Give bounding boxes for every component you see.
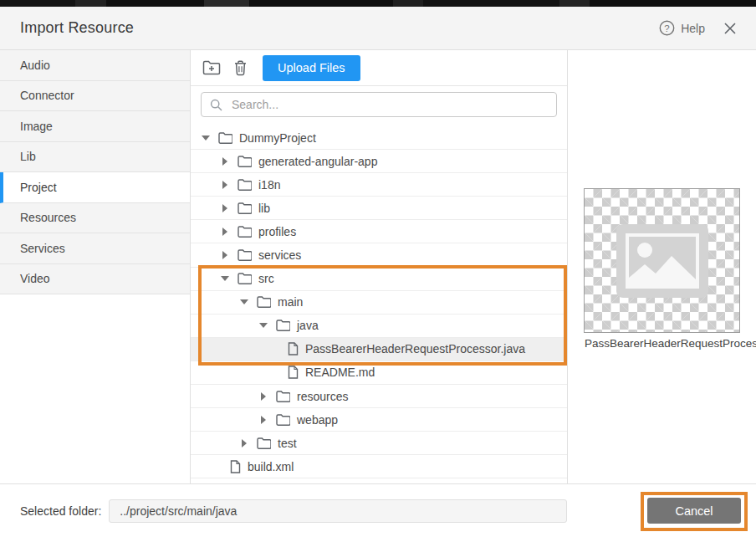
caret-right-icon[interactable] xyxy=(220,228,230,236)
tree-row-webapp[interactable]: webapp xyxy=(191,408,567,432)
caret-right-icon[interactable] xyxy=(239,439,249,448)
tree-row-resources[interactable]: resources xyxy=(191,385,567,408)
search-icon xyxy=(210,99,222,111)
sidebar-item-label: Connector xyxy=(20,89,74,102)
upload-files-button[interactable]: Upload Files xyxy=(263,55,360,81)
caret-right-icon[interactable] xyxy=(220,181,230,189)
sidebar-item-lib[interactable]: Lib xyxy=(0,142,190,173)
tree-item-label: README.md xyxy=(305,366,375,379)
tree-row-i18n[interactable]: i18n xyxy=(191,173,567,197)
caret-right-icon[interactable] xyxy=(220,204,230,212)
selected-folder-path: ../project/src/main/java xyxy=(109,499,567,523)
trash-icon xyxy=(234,60,247,76)
file-tree: DummyProjectgenerated-angular-appi18nlib… xyxy=(191,126,567,478)
folder-icon xyxy=(276,320,290,331)
sidebar-item-connector[interactable]: Connector xyxy=(0,81,190,112)
import-resource-dialog: Import Resource ? Help AudioConnectorIma… xyxy=(0,7,756,537)
folder-icon xyxy=(218,132,232,144)
tree-item-label: main xyxy=(278,295,303,309)
folder-icon xyxy=(238,156,252,167)
background-page-strip xyxy=(0,0,756,7)
sidebar-item-label: Video xyxy=(20,272,50,285)
tree-toolbar: Upload Files xyxy=(191,50,567,86)
caret-down-icon[interactable] xyxy=(220,276,230,281)
sidebar-item-project[interactable]: Project xyxy=(0,172,190,203)
tree-row-profiles[interactable]: profiles xyxy=(191,220,567,243)
folder-icon xyxy=(238,249,252,261)
selected-folder-label: Selected folder: xyxy=(20,504,101,518)
caret-down-icon[interactable] xyxy=(201,136,211,141)
cancel-button[interactable]: Cancel xyxy=(647,498,741,524)
tree-item-label: services xyxy=(258,248,301,262)
delete-button[interactable] xyxy=(227,55,253,80)
tree-item-label: lib xyxy=(258,202,270,215)
tree-item-label: DummyProject xyxy=(239,131,316,145)
help-label: Help xyxy=(681,22,705,35)
close-button[interactable] xyxy=(724,23,736,34)
tree-item-label: java xyxy=(297,319,319,332)
dialog-footer: Selected folder: ../project/src/main/jav… xyxy=(0,483,756,537)
tree-item-label: webapp xyxy=(297,413,338,427)
sidebar-item-label: Audio xyxy=(20,59,50,72)
tree-row-dummyproject[interactable]: DummyProject xyxy=(191,126,567,150)
search-input[interactable] xyxy=(230,97,548,112)
folder-icon xyxy=(257,437,271,449)
sidebar-item-label: Services xyxy=(20,242,65,255)
folder-icon xyxy=(238,202,252,214)
tree-row-passbearerheaderrequestprocessor-java[interactable]: PassBearerHeaderRequestProcessor.java xyxy=(191,338,567,361)
caret-right-icon[interactable] xyxy=(258,416,268,424)
header-actions: ? Help xyxy=(659,20,736,36)
help-button[interactable]: ? Help xyxy=(659,20,705,36)
sidebar-item-label: Lib xyxy=(20,150,36,163)
tree-row-build-xml[interactable]: build.xml xyxy=(191,455,567,478)
tree-item-label: test xyxy=(278,437,297,450)
sidebar-item-audio[interactable]: Audio xyxy=(0,50,190,81)
folder-icon xyxy=(276,414,290,426)
close-icon xyxy=(724,23,736,34)
tree-row-readme-md[interactable]: README.md xyxy=(191,361,567,385)
tree-item-label: i18n xyxy=(258,178,280,192)
folder-icon xyxy=(238,226,252,238)
caret-down-icon[interactable] xyxy=(258,323,268,328)
folder-icon xyxy=(238,273,252,284)
tree-row-src[interactable]: src xyxy=(191,268,567,291)
tree-item-label: profiles xyxy=(258,225,296,238)
page-title: Import Resource xyxy=(20,19,134,37)
sidebar-item-label: Resources xyxy=(20,211,76,224)
tree-item-label: build.xml xyxy=(248,460,294,473)
new-folder-button[interactable] xyxy=(199,55,224,80)
tree-row-java[interactable]: java xyxy=(191,315,567,338)
file-icon xyxy=(230,460,241,473)
category-sidebar: AudioConnectorImageLibProjectResourcesSe… xyxy=(0,50,191,483)
tree-row-services[interactable]: services xyxy=(191,243,567,267)
caret-right-icon[interactable] xyxy=(220,251,230,259)
tree-item-label: resources xyxy=(297,390,348,403)
folder-icon xyxy=(257,296,271,308)
file-tree-panel: Upload Files DummyProjectgenerated-angul… xyxy=(191,50,567,483)
sidebar-item-resources[interactable]: Resources xyxy=(0,203,190,234)
caret-down-icon[interactable] xyxy=(239,299,249,304)
file-icon xyxy=(288,342,299,355)
sidebar-item-label: Project xyxy=(20,181,57,194)
sidebar-item-video[interactable]: Video xyxy=(0,264,190,295)
file-icon xyxy=(288,366,299,379)
folder-icon xyxy=(276,391,290,402)
help-icon: ? xyxy=(659,20,675,36)
sidebar-item-services[interactable]: Services xyxy=(0,233,190,264)
folder-icon xyxy=(238,179,252,191)
tree-row-lib[interactable]: lib xyxy=(191,197,567,220)
sidebar-item-label: Image xyxy=(20,120,53,133)
preview-panel: PassBearerHeaderRequestProcessor.java xyxy=(567,50,756,483)
folder-plus-icon xyxy=(202,60,221,75)
tree-item-label: generated-angular-app xyxy=(258,155,377,168)
dialog-header: Import Resource ? Help xyxy=(0,7,756,50)
tree-row-generated-angular-app[interactable]: generated-angular-app xyxy=(191,150,567,173)
tree-row-main[interactable]: main xyxy=(191,291,567,315)
caret-right-icon[interactable] xyxy=(258,392,268,401)
tree-row-test[interactable]: test xyxy=(191,432,567,455)
sidebar-item-image[interactable]: Image xyxy=(0,111,190,142)
caret-right-icon[interactable] xyxy=(220,157,230,166)
tree-item-label: PassBearerHeaderRequestProcessor.java xyxy=(305,342,525,355)
svg-text:?: ? xyxy=(665,23,670,33)
preview-thumbnail xyxy=(584,188,740,333)
